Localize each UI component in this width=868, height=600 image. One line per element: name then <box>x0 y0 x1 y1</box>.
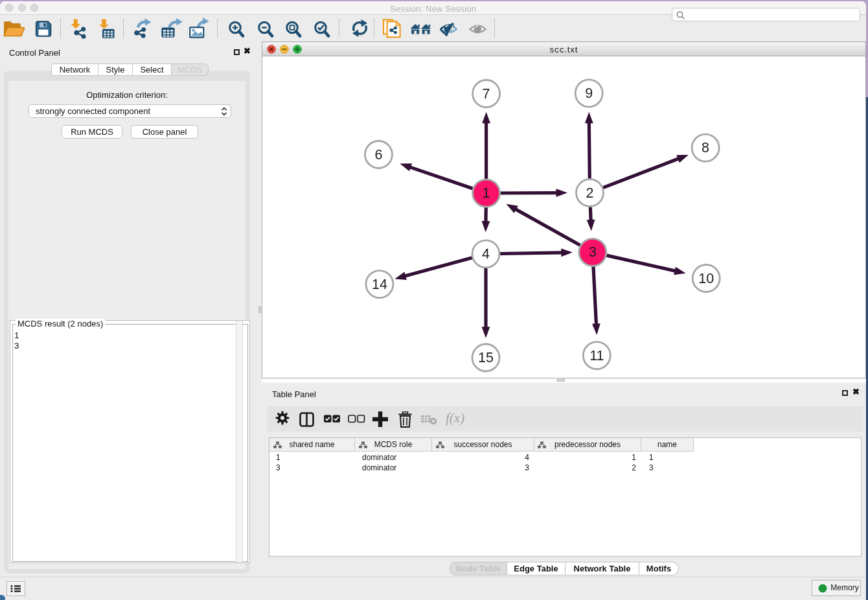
svg-text:15: 15 <box>478 350 494 365</box>
svg-text:8: 8 <box>702 140 709 156</box>
svg-text:10: 10 <box>698 271 714 286</box>
svg-text:14: 14 <box>372 277 387 292</box>
svg-text:6: 6 <box>375 147 383 163</box>
svg-text:3: 3 <box>589 244 597 260</box>
svg-text:1: 1 <box>483 185 490 201</box>
svg-text:2: 2 <box>586 185 594 201</box>
svg-text:7: 7 <box>483 86 490 102</box>
svg-text:4: 4 <box>482 246 490 262</box>
svg-text:9: 9 <box>585 86 593 101</box>
svg-text:11: 11 <box>589 348 604 363</box>
